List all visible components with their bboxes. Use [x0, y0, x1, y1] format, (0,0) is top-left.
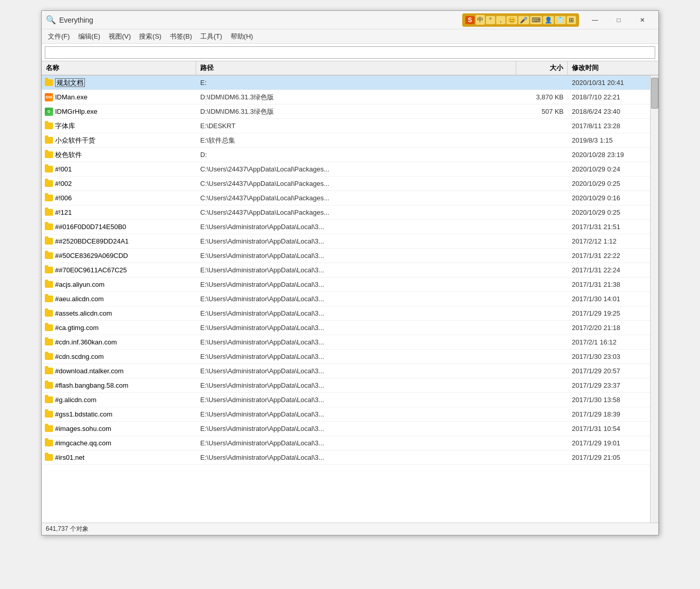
table-row[interactable]: #g.alicdn.comE:\Users\Administrator\AppD… — [42, 393, 650, 407]
file-name-text: ##50CE83629A069CDD — [55, 252, 128, 259]
menu-view[interactable]: 视图(V) — [104, 30, 135, 43]
cell-date: 2017/1/31 10:54 — [568, 424, 650, 434]
folder-icon — [45, 339, 53, 345]
menu-search[interactable]: 搜索(S) — [135, 30, 165, 43]
folder-icon — [45, 180, 53, 187]
cell-path: E: — [196, 78, 516, 88]
folder-icon — [45, 79, 53, 86]
maximize-button[interactable]: □ — [607, 12, 631, 28]
ime-toolbar: S 中 ° , 😊 🎤 ⌨ 👤 👕 ⊞ — [462, 13, 579, 27]
table-row[interactable]: #cdn.inf.360kan.comE:\Users\Administrato… — [42, 335, 650, 350]
cell-date: 2019/8/3 1:15 — [568, 135, 650, 145]
ime-grid[interactable]: ⊞ — [567, 16, 576, 24]
cell-date: 2017/1/30 13:58 — [568, 395, 650, 405]
ime-zh[interactable]: 中 — [476, 15, 485, 25]
ime-emoji[interactable]: 😊 — [506, 16, 517, 24]
table-row[interactable]: IDMIDMan.exeD:\IDM\IDM6.31.3绿色版3,870 KB2… — [42, 90, 650, 105]
cell-name: #cdn.inf.360kan.com — [42, 337, 196, 347]
cell-name: #images.sohu.com — [42, 424, 196, 434]
ime-keyboard[interactable]: ⌨ — [530, 16, 542, 24]
cell-path: E:\Users\Administrator\AppData\Local\3..… — [196, 308, 516, 318]
scrollbar-thumb[interactable] — [651, 78, 658, 109]
menu-file[interactable]: 文件(F) — [44, 30, 74, 43]
cell-size — [516, 313, 568, 315]
menu-help[interactable]: 帮助(H) — [226, 30, 257, 43]
table-row[interactable]: ##50CE83629A069CDDE:\Users\Administrator… — [42, 249, 650, 263]
table-row[interactable]: #imgcache.qq.comE:\Users\Administrator\A… — [42, 436, 650, 451]
folder-icon — [45, 195, 53, 201]
folder-icon — [45, 396, 53, 403]
file-name-text: 字体库 — [55, 122, 75, 131]
file-name-text: #imgcache.qq.com — [55, 439, 111, 447]
table-body: 规划文档E:2020/10/31 20:41IDMIDMan.exeD:\IDM… — [42, 76, 658, 523]
table-row[interactable]: #!001C:\Users\24437\AppData\Local\Packag… — [42, 162, 650, 177]
table-row[interactable]: ##016F0D0D714E50B0E:\Users\Administrator… — [42, 220, 650, 234]
table-row[interactable]: #!006C:\Users\24437\AppData\Local\Packag… — [42, 191, 650, 205]
folder-icon — [45, 296, 53, 302]
table-row[interactable]: #gss1.bdstatic.comE:\Users\Administrator… — [42, 407, 650, 422]
column-header-name[interactable]: 名称 — [42, 61, 196, 75]
table-row[interactable]: 字体库E:\DESKRT2017/8/11 23:28 — [42, 119, 650, 133]
table-row[interactable]: #acjs.aliyun.comE:\Users\Administrator\A… — [42, 278, 650, 292]
table-row[interactable]: #flash.bangbang.58.comE:\Users\Administr… — [42, 378, 650, 393]
menu-edit[interactable]: 编辑(E) — [74, 30, 104, 43]
ime-shirt[interactable]: 👕 — [555, 16, 566, 24]
table-row[interactable]: 小众软件干货E:\软件总集2019/8/3 1:15 — [42, 133, 650, 148]
cell-date: 2017/1/29 19:25 — [568, 308, 650, 318]
search-input[interactable] — [45, 46, 655, 59]
file-name-text: #aeu.alicdn.com — [55, 295, 104, 303]
folder-icon — [45, 440, 53, 446]
menu-bookmark[interactable]: 书签(B) — [166, 30, 196, 43]
file-name-text: ##016F0D0D714E50B0 — [55, 223, 126, 231]
column-header-path[interactable]: 路径 — [196, 61, 516, 75]
table-row[interactable]: #cdn.scdng.comE:\Users\Administrator\App… — [42, 350, 650, 364]
ime-comma[interactable]: , — [496, 16, 505, 24]
table-row[interactable]: #!002C:\Users\24437\AppData\Local\Packag… — [42, 177, 650, 191]
file-name-text: #g.alicdn.com — [55, 396, 96, 404]
table-row[interactable]: #images.sohu.comE:\Users\Administrator\A… — [42, 422, 650, 436]
cell-date: 2017/1/29 23:37 — [568, 380, 650, 390]
cell-date: 2020/10/31 20:41 — [568, 78, 650, 88]
cell-path: E:\Users\Administrator\AppData\Local\3..… — [196, 366, 516, 376]
cell-date: 2017/2/12 1:12 — [568, 236, 650, 246]
cell-name: #imgcache.qq.com — [42, 438, 196, 448]
file-name-text: 规划文档 — [55, 78, 85, 88]
cell-path: C:\Users\24437\AppData\Local\Packages... — [196, 164, 516, 174]
table-row[interactable]: #aeu.alicdn.comE:\Users\Administrator\Ap… — [42, 292, 650, 306]
menu-tools[interactable]: 工具(T) — [196, 30, 226, 43]
ime-mic[interactable]: 🎤 — [518, 16, 529, 24]
cell-date: 2017/8/11 23:28 — [568, 121, 650, 131]
table-row[interactable]: GIDMGrHlp.exeD:\IDM\IDM6.31.3绿色版507 KB20… — [42, 105, 650, 119]
table-row[interactable]: #!121C:\Users\24437\AppData\Local\Packag… — [42, 205, 650, 220]
cell-size — [516, 385, 568, 387]
table-row[interactable]: #irs01.netE:\Users\Administrator\AppData… — [42, 451, 650, 465]
cell-path: E:\Users\Administrator\AppData\Local\3..… — [196, 380, 516, 390]
column-header-date[interactable]: 修改时间 — [568, 61, 650, 75]
minimize-button[interactable]: — — [583, 12, 607, 28]
ime-dot[interactable]: ° — [486, 16, 495, 24]
cell-size — [516, 370, 568, 372]
file-name-text: #download.ntalker.com — [55, 367, 124, 375]
folder-icon — [45, 281, 53, 288]
table-row[interactable]: #ca.gtimg.comE:\Users\Administrator\AppD… — [42, 321, 650, 335]
table-row[interactable]: #assets.alicdn.comE:\Users\Administrator… — [42, 306, 650, 321]
status-bar: 641,737 个对象 — [42, 523, 658, 535]
object-count: 641,737 个对象 — [46, 525, 89, 533]
cell-path: E:\Users\Administrator\AppData\Local\3..… — [196, 236, 516, 246]
file-name-text: #!121 — [55, 209, 72, 216]
table-row[interactable]: 规划文档E:2020/10/31 20:41 — [42, 76, 650, 90]
table-row[interactable]: #download.ntalker.comE:\Users\Administra… — [42, 364, 650, 378]
close-button[interactable]: ✕ — [631, 12, 654, 28]
table-row[interactable]: 校色软件D:2020/10/28 23:19 — [42, 148, 650, 162]
app-title: Everything — [59, 16, 93, 24]
cell-name: IDMIDMan.exe — [42, 92, 196, 102]
table-row[interactable]: ##70E0C9611AC67C25E:\Users\Administrator… — [42, 263, 650, 278]
cell-size — [516, 212, 568, 214]
scrollbar-track[interactable] — [650, 76, 658, 523]
cell-path: E:\Users\Administrator\AppData\Local\3..… — [196, 453, 516, 462]
table-row[interactable]: ##2520BDCE89DD24A1E:\Users\Administrator… — [42, 234, 650, 249]
ime-s[interactable]: S — [465, 16, 475, 24]
cell-path: D:\IDM\IDM6.31.3绿色版 — [196, 106, 516, 117]
column-header-size[interactable]: 大小 — [516, 61, 568, 75]
ime-user[interactable]: 👤 — [543, 16, 554, 24]
